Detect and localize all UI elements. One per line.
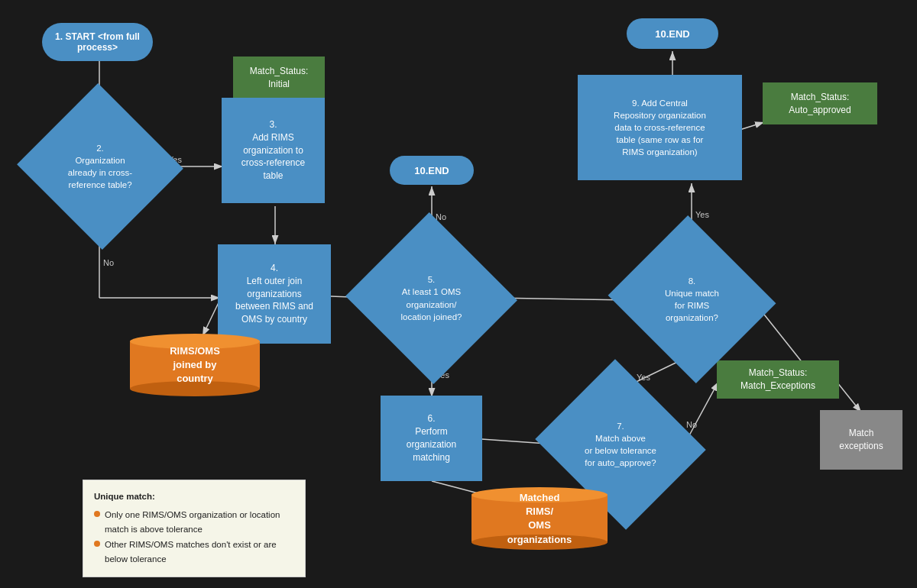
svg-line-26	[740, 122, 764, 130]
node3-rect: 3.Add RIMSorganization tocross-reference…	[222, 98, 325, 203]
svg-text:Yes: Yes	[695, 210, 709, 219]
node9-rect: 9. Add CentralRepository organizationdat…	[578, 75, 742, 180]
node2-diamond: 2.Organizationalready in cross-reference…	[40, 109, 160, 224]
start-label: 1. START <from full process>	[55, 31, 140, 53]
svg-text:No: No	[686, 420, 697, 429]
end-node-top: 10. END	[627, 18, 718, 49]
status-auto-approved: Match_Status:Auto_approved	[763, 82, 877, 124]
svg-text:Yes: Yes	[637, 373, 650, 382]
cylinder1: RIMS/OMSjoined by country	[130, 334, 260, 396]
status-initial: Match_Status:Initial	[233, 57, 325, 99]
legend-dot-1	[94, 511, 100, 517]
node8-diamond: 8.Unique matchfor RIMSorganization?	[630, 243, 754, 356]
start-node: 1. START <from full process>	[42, 23, 153, 61]
legend-box: Unique match: Only one RIMS/OMS organiza…	[83, 480, 306, 577]
end-node-middle: 10. END	[390, 156, 474, 185]
legend-title: Unique match:	[94, 489, 294, 505]
node5-diamond: 5.At least 1 OMSorganization/location jo…	[369, 239, 494, 357]
svg-line-21	[837, 382, 861, 412]
node7-diamond: 7.Match aboveor below tolerancefor auto_…	[556, 388, 685, 501]
legend-item-1: Only one RIMS/OMS organization or locati…	[94, 508, 294, 538]
legend-item-2: Other RIMS/OMS matches don't exist or ar…	[94, 538, 294, 567]
diagram-container: Yes No Yes No Yes No Yes	[0, 0, 917, 588]
cylinder2: Matched RIMS/OMS organizations	[471, 487, 608, 550]
status-match-exceptions: Match_Status:Match_Exceptions	[717, 360, 839, 399]
node6-rect: 6.Performorganizationmatching	[381, 396, 482, 481]
legend-dot-2	[94, 541, 100, 547]
svg-text:No: No	[103, 258, 114, 267]
node4-rect: 4.Left outer joinorganizationsbetween RI…	[218, 244, 331, 344]
match-exceptions-rect: Matchexceptions	[820, 410, 902, 470]
